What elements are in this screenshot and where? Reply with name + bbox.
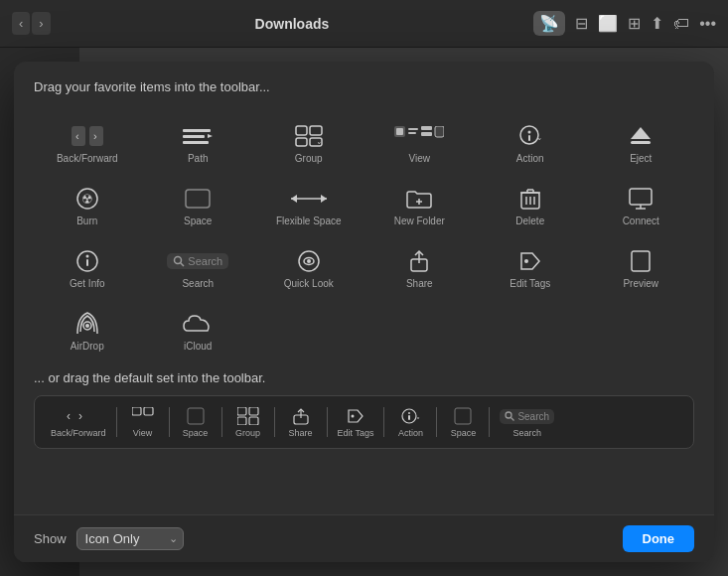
done-button[interactable]: Done [623,525,695,552]
grid-icon[interactable]: ⊞ [628,14,641,33]
default-space2-label: Space [451,428,477,438]
back-button[interactable]: ‹ [12,12,30,35]
default-back-forward-icon: ‹ › [65,406,92,426]
svg-point-70 [351,415,354,418]
svg-rect-22 [528,135,530,141]
share-icon-item [408,249,430,273]
svg-point-58 [85,324,89,328]
titlebar-icons: 📡 ⊟ ⬜ ⊞ ⬆ 🏷 ••• [533,11,716,36]
default-space2[interactable]: Space [441,402,485,442]
item-connect[interactable]: Connect [588,177,695,235]
svg-text:˅: ˅ [537,137,542,147]
svg-rect-64 [237,407,246,415]
svg-rect-15 [408,128,418,130]
connect-icon [628,187,654,211]
show-label: Show [34,531,67,546]
item-search[interactable]: Search Search [145,239,252,298]
default-space1[interactable]: Space [174,402,218,442]
svg-rect-73 [408,415,410,420]
svg-marker-30 [291,195,297,203]
default-edit-tags[interactable]: Edit Tags [332,402,380,442]
burn-icon: ☢ [75,187,99,211]
svg-marker-7 [208,134,213,138]
item-get-info[interactable]: Get Info [34,239,141,298]
item-edit-tags[interactable]: Edit Tags [477,239,584,298]
item-icloud[interactable]: iCloud [145,302,252,360]
svg-marker-24 [631,127,651,139]
default-group[interactable]: Group [226,402,270,442]
svg-rect-8 [296,126,307,135]
default-share[interactable]: Share [279,402,323,442]
svg-rect-16 [408,132,416,134]
item-share-label: Share [406,278,433,290]
item-search-label: Search [182,278,214,290]
item-path[interactable]: Path [145,114,252,173]
default-toolbar-set[interactable]: ‹ › Back/Forward View [34,395,694,449]
default-edit-tags-icon [346,406,365,426]
back-forward-icon: ‹ › [72,124,103,148]
svg-marker-31 [321,195,327,203]
default-sep-5 [327,407,328,437]
forward-button[interactable]: › [32,12,50,35]
show-select-wrapper[interactable]: Icon Only Icon and Text Text Only [76,527,184,550]
svg-line-77 [511,418,514,421]
svg-rect-65 [249,407,258,415]
item-eject[interactable]: Eject [588,114,695,173]
svg-rect-25 [631,141,651,144]
path-icon [183,124,213,148]
column-view-icon[interactable]: ⊟ [575,14,588,33]
show-select[interactable]: Icon Only Icon and Text Text Only [76,527,184,550]
item-burn[interactable]: ☢ Burn [34,177,141,235]
svg-text:‹: ‹ [75,130,79,142]
default-action[interactable]: ˅ Action [388,402,432,442]
svg-point-46 [85,255,88,258]
modal-footer: Show Icon Only Icon and Text Text Only D… [14,514,714,562]
svg-rect-47 [86,259,88,266]
drag-instruction: Drag your favorite items into the toolba… [34,79,270,94]
default-search[interactable]: Search Search [494,402,560,442]
eject-icon [629,124,653,148]
item-back-forward-label: Back/Forward [57,153,118,165]
item-share[interactable]: Share [366,239,474,298]
space-icon[interactable]: ⬜ [598,14,618,33]
item-burn-label: Burn [76,216,97,227]
item-view[interactable]: View [366,114,474,173]
svg-point-52 [307,259,311,263]
svg-rect-10 [296,138,307,146]
svg-rect-28 [186,190,210,208]
svg-rect-42 [630,189,652,205]
item-back-forward[interactable]: ‹ › Back/Forward [34,114,141,173]
item-action[interactable]: ˅ Action [477,114,584,173]
item-space-label: Space [184,216,212,227]
item-airdrop[interactable]: AirDrop [34,302,141,360]
item-delete[interactable]: Delete [477,177,584,235]
group-icon: ˅ [295,124,323,148]
default-space1-label: Space [183,428,209,438]
default-view-label: View [133,428,152,438]
item-view-label: View [409,153,431,165]
item-new-folder-label: New Folder [394,216,445,227]
default-share-icon [292,406,310,426]
default-view-icon [132,406,154,426]
svg-text:☢: ☢ [81,192,93,207]
customize-toolbar-modal: Drag your favorite items into the toolba… [14,62,714,562]
default-back-forward[interactable]: ‹ › Back/Forward [45,402,112,442]
item-group[interactable]: ˅ Group [255,114,363,173]
tag-icon[interactable]: 🏷 [673,15,689,33]
airdrop-icon[interactable]: 📡 [533,11,565,36]
item-preview[interactable]: Preview [588,239,695,298]
svg-rect-62 [144,407,153,415]
item-flexible-space[interactable]: Flexible Space [255,177,363,235]
modal-area: Drag your favorite items into the toolba… [0,48,728,576]
item-new-folder[interactable]: New Folder [366,177,474,235]
share-icon[interactable]: ⬆ [651,14,663,33]
item-space[interactable]: Space [145,177,252,235]
new-folder-icon [405,187,433,211]
svg-rect-56 [632,251,650,271]
flexible-space-icon [289,187,329,211]
default-view[interactable]: View [121,402,165,442]
item-quick-look[interactable]: Quick Look [255,239,363,298]
ellipsis-icon[interactable]: ••• [699,15,716,33]
icloud-icon [182,312,214,336]
item-flexible-space-label: Flexible Space [276,216,342,227]
